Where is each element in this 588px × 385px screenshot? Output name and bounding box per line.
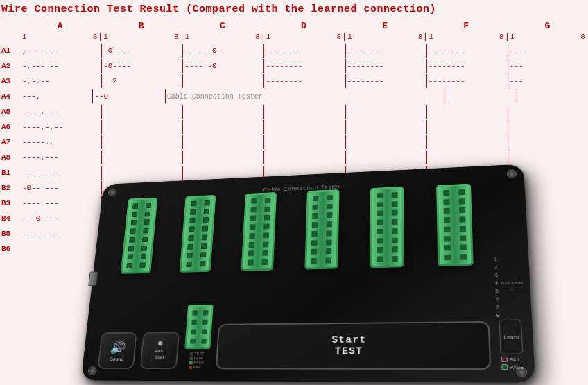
cell-a5-b <box>102 105 183 119</box>
sound-icon: 🔊 <box>109 339 126 354</box>
screw-bl <box>87 366 97 375</box>
cell-a2-b: -0---- <box>102 59 183 73</box>
number-panel: 1 2 3 4 5 6 7 8 Press & Hold ↓ <box>494 257 524 318</box>
fail-pass-panel: FAIL PASS <box>501 357 524 370</box>
row-label-a3: A3 <box>1 77 21 85</box>
auto-start-label: AutoStart <box>154 348 164 360</box>
row-label-b5: B5 <box>1 230 21 238</box>
bottom-controls: 🔊 Sound AutoStart <box>98 257 527 370</box>
cell-a2-e: -------- <box>346 59 427 73</box>
status-led-labels: TEST COM PASS FAIL <box>189 352 205 369</box>
cell-a2-a: -,--- -- <box>21 59 102 73</box>
row-label-a5: A5 <box>1 108 21 116</box>
table-row: A5 --- ,--- <box>1 104 588 119</box>
learn-button[interactable]: Learn <box>499 320 524 354</box>
cell-a5-a: --- ,--- <box>21 105 102 119</box>
test-label: TEST <box>335 345 363 357</box>
number-list: 1 2 3 4 5 6 7 8 <box>494 257 499 318</box>
col-header-f: F <box>426 21 507 31</box>
row-label-a6: A6 <box>1 123 21 131</box>
row-label-a8: A8 <box>1 153 21 162</box>
usb-port <box>88 271 98 286</box>
col-header-c: C <box>182 21 263 31</box>
cell-a3-f: -------- <box>427 74 508 88</box>
cell-a5-c <box>183 105 264 119</box>
cell-a2-g: --- <box>508 59 588 73</box>
auto-start-button[interactable]: AutoStart <box>140 332 180 369</box>
cell-a2-f: -------- <box>427 59 508 73</box>
cell-a4-a: ---, <box>21 89 93 103</box>
row-label-b6: B6 <box>1 245 21 253</box>
cell-a2-d: -------- <box>264 59 345 73</box>
page-title: Wire Connection Test Result (Compared wi… <box>1 3 588 15</box>
connector-group-c <box>241 192 277 271</box>
learn-label: Learn <box>503 334 519 340</box>
table-row: A4 ---, --0 Cable Connection Tester <box>1 89 588 104</box>
table-row: A2 -,--- -- -0---- ---- -0 -------- ----… <box>1 58 588 74</box>
start-test-button[interactable]: Start TEST <box>216 321 491 370</box>
pass-label: PASS <box>510 364 524 369</box>
cell-a5-e <box>346 105 427 119</box>
cell-a1-g: --- <box>508 44 588 58</box>
cell-a3-g: --- <box>508 74 588 88</box>
cell-a3-e: -------- <box>346 74 427 88</box>
cell-a5-g <box>508 105 588 119</box>
cell-a5-f <box>427 105 508 119</box>
connector-group-b <box>180 195 216 273</box>
sound-button[interactable]: 🔊 Sound <box>98 332 137 369</box>
row-label-b3: B3 <box>1 199 21 207</box>
screw-tr <box>507 169 517 178</box>
col-header-b: B <box>101 21 182 31</box>
cell-a3-b: 2 <box>102 74 183 88</box>
cell-a1-e: -------- <box>346 44 427 58</box>
device-container: Cable Connection Tester <box>66 132 537 382</box>
connector-group-f <box>436 184 474 266</box>
row-label-b2: B2 <box>1 184 21 192</box>
screw-tl <box>107 188 116 196</box>
test-indicator <box>157 341 163 346</box>
connector-group-e <box>370 187 405 268</box>
row-label-b4: B4 <box>1 214 21 223</box>
cell-a1-d: ------- <box>264 44 345 58</box>
col-header-e: E <box>345 21 426 31</box>
cell-a1-b: -0---- <box>102 44 183 58</box>
table-row: A1 ,--- --- -0---- ---- -0-- ------- ---… <box>1 43 588 58</box>
connector-group-a <box>120 198 157 274</box>
status-panel: TEST COM PASS FAIL <box>183 305 214 369</box>
connector-group-d <box>304 189 339 269</box>
device-body: Cable Connection Tester <box>81 164 535 383</box>
row-label-a2: A2 <box>1 62 21 70</box>
row-label-b1: B1 <box>1 169 21 177</box>
cell-a1-f: -------- <box>427 44 508 58</box>
col-header-g: G <box>507 21 588 31</box>
device-title-overlay: Cable Connection Tester <box>166 89 445 103</box>
cell-a4-e <box>444 89 517 103</box>
cell-a1-c: ---- -0-- <box>183 44 264 58</box>
right-side-panel: 1 2 3 4 5 6 7 8 Press & Hold ↓ <box>494 257 527 370</box>
cell-a3-a: -,-,-- <box>21 74 102 88</box>
col-header-a: A <box>19 21 101 31</box>
cell-a1-a: ,--- --- <box>21 44 102 58</box>
row-label-a1: A1 <box>1 46 21 55</box>
row-label-a4: A4 <box>1 92 21 101</box>
col-header-d: D <box>263 21 344 31</box>
cell-a3-d: -------- <box>264 74 345 88</box>
cell-a5-d <box>264 105 345 119</box>
table-row: A3 -,-,-- 2 -------- -------- -------- -… <box>1 74 588 89</box>
cell-a4-f <box>517 89 588 103</box>
cell-a4-b: --0 <box>93 89 165 103</box>
row-label-a7: A7 <box>1 138 21 146</box>
column-headers: A B C D E F G <box>19 21 588 31</box>
sound-label: Sound <box>109 356 123 361</box>
number-row: 18 18 18 18 18 18 18 <box>19 33 588 41</box>
cell-a2-c: ---- -0 <box>183 59 264 73</box>
fail-label: FAIL <box>510 357 521 361</box>
cell-a3-c <box>183 74 264 88</box>
start-label: Start <box>331 334 366 346</box>
press-hold-text: Press & Hold ↓ <box>501 281 523 293</box>
